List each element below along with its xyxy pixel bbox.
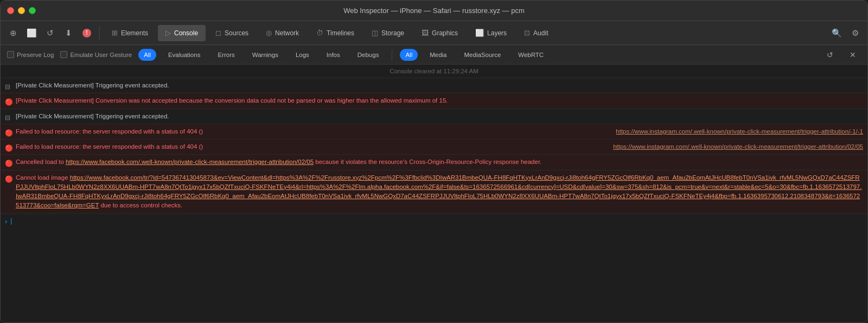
filter-logs-button[interactable]: Logs [290,49,315,61]
elements-icon: ⊞ [112,29,118,37]
tab-timelines[interactable]: ⏱ Timelines [309,25,362,41]
entry-text: Cancelled load to https://www.facebook.c… [16,157,863,167]
tab-elements[interactable]: ⊞ Elements [104,25,156,41]
entry-text: [Private Click Measurement] Conversion w… [16,96,863,105]
filter-webrtc-button[interactable]: WebRTC [513,49,549,61]
entry-text: [Private Click Measurement] Triggering e… [16,112,863,121]
navigate-back-icon[interactable]: ⊕ [5,25,21,41]
settings-icon[interactable]: ⚙ [847,25,863,41]
filter-media-button[interactable]: Media [424,49,452,61]
main-toolbar: ⊕ ⬜ ↺ ⬇ ! ⊞ Elements ▷ Console ◻ Sources… [1,21,867,45]
log-entry: ⊟ [Private Click Measurement] Triggering… [1,109,867,124]
entry-text: Failed to load resource: the server resp… [16,142,609,151]
console-icon: ▷ [165,29,171,37]
filter-warnings-button[interactable]: Warnings [247,49,284,61]
maximize-button[interactable] [29,7,36,14]
timelines-icon: ⏱ [316,29,323,37]
close-button[interactable] [7,7,14,14]
toolbar-divider-1 [99,27,100,40]
filter-all2-button[interactable]: All [400,49,418,61]
entry-link[interactable]: https://www.instagram.com/.well-known/pr… [616,127,863,136]
network-icon: ◎ [266,29,272,37]
prompt-cursor: | [10,217,12,225]
emulate-gesture-label[interactable]: Emulate User Gesture [60,51,132,58]
entry-text: Failed to load resource: the server resp… [16,127,611,136]
console-output: Console cleared at 11:29:24 AM ⊟ [Privat… [1,65,867,323]
preserve-log-checkbox[interactable] [7,51,14,58]
traffic-lights [7,7,36,14]
download-icon[interactable]: ⬇ [60,25,76,41]
error-icon: 🔴 [5,128,13,138]
log-entry: 🔴 Cancelled load to https://www.facebook… [1,155,867,170]
reload-icon[interactable]: ↺ [42,25,58,41]
log-entry: 🔴 [Private Click Measurement] Conversion… [1,93,867,109]
emulate-gesture-checkbox[interactable] [60,51,67,58]
storage-icon: ◫ [372,29,378,37]
layers-icon: ⬜ [475,29,484,37]
log-entry: 🔴 Failed to load resource: the server re… [1,124,867,140]
filter-debugs-button[interactable]: Debugs [352,49,385,61]
log-entry: 🔴 Cannot load image https://www.facebook… [1,170,867,214]
entry-text: Cannot load image https://www.facebook.c… [16,173,863,211]
sources-icon: ◻ [215,29,221,37]
entry-inline-link[interactable]: https://www.facebook.com/tr/?id=54736741… [16,174,861,209]
entry-link[interactable]: https://www.instagram.com/.well-known/pr… [613,142,863,151]
filter-mediasource-button[interactable]: MediaSource [459,49,507,61]
graphics-icon: 🖼 [422,29,429,37]
console-prompt-row[interactable]: › | [1,214,867,229]
tab-sources[interactable]: ◻ Sources [208,25,256,41]
console-subtoolbar: Preserve Log Emulate User Gesture All Ev… [1,45,867,65]
minimize-button[interactable] [18,7,25,14]
error-icon: 🔴 [5,159,13,168]
log-entry: ⊟ [Private Click Measurement] Triggering… [1,78,867,93]
error-indicator[interactable]: ! [79,25,95,41]
info-icon: ⊟ [5,113,10,123]
tab-graphics[interactable]: 🖼 Graphics [414,25,465,41]
error-icon: 🔴 [5,174,13,184]
dock-icon[interactable]: ⬜ [23,25,40,41]
tab-network[interactable]: ◎ Network [258,25,307,41]
filter-all-button[interactable]: All [138,49,156,61]
info-icon: ⊟ [5,82,10,92]
search-icon[interactable]: 🔍 [828,25,845,41]
window-title: Web Inspector — iPhone — Safari — russto… [343,7,525,15]
error-icon: 🔴 [5,97,13,107]
prompt-arrow: › [5,217,7,225]
entry-text: [Private Click Measurement] Triggering e… [16,81,863,90]
log-entry: 🔴 Failed to load resource: the server re… [1,140,867,155]
tab-layers[interactable]: ⬜ Layers [468,25,514,41]
filter-errors-button[interactable]: Errors [212,49,240,61]
tab-console[interactable]: ▷ Console [158,25,206,41]
tab-storage[interactable]: ◫ Storage [364,25,412,41]
preserve-log-label[interactable]: Preserve Log [7,51,54,58]
clear-console-icon[interactable]: ↺ [822,47,838,63]
toolbar-right: 🔍 ⚙ [828,25,863,41]
filter-infos-button[interactable]: Infos [321,49,346,61]
audit-icon: ⊡ [524,29,530,37]
filter-toggle-icon[interactable]: ✕ [845,47,861,63]
filter-evaluations-button[interactable]: Evaluations [163,49,206,61]
entry-inline-link[interactable]: https://www.facebook.com/.well-known/pri… [66,159,314,165]
tab-audit[interactable]: ⊡ Audit [516,25,556,41]
titlebar: Web Inspector — iPhone — Safari — russto… [1,1,867,21]
console-cleared-message: Console cleared at 11:29:24 AM [1,65,867,78]
subtoolbar-divider [392,49,392,60]
error-count: ! [82,29,91,37]
error-icon: 🔴 [5,143,13,153]
